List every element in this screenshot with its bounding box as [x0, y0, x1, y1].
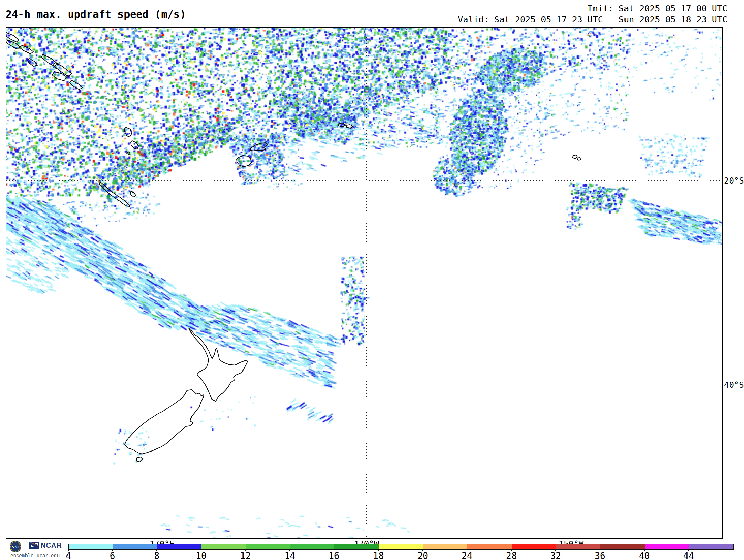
updraft-speckle-field [6, 28, 722, 538]
latitude-label: 40°S [724, 380, 744, 390]
colorbar-tick-label: 18 [373, 551, 384, 560]
colorbar-tick-label: 16 [329, 551, 339, 560]
colorbar-segment [113, 544, 157, 549]
logo-separator [25, 540, 25, 553]
colorbar-segment [246, 544, 290, 549]
latitude-label: 20°S [724, 176, 744, 186]
ncar-logo-text: NCAR [41, 541, 62, 549]
colorbar-segment [157, 544, 202, 549]
colorbar-segment [334, 544, 379, 549]
colorbar-tick-label: 14 [285, 551, 295, 560]
colorbar-segment [69, 544, 113, 549]
valid-timestamp: Valid: Sat 2025-05-17 23 UTC - Sun 2025-… [458, 14, 727, 24]
colorbar-tick-label: 32 [550, 551, 561, 560]
colorbar-tick-label: 20 [417, 551, 428, 560]
colorbar [68, 544, 734, 550]
colorbar-segment [512, 544, 556, 549]
colorbar-tick-label: 40 [639, 551, 650, 560]
site-url: ensemble.ucar.edu [10, 553, 60, 558]
colorbar-segment [556, 544, 600, 549]
nsf-logo-text: NSF [11, 545, 19, 549]
colorbar-segment [379, 544, 423, 549]
colorbar-segment [202, 544, 246, 549]
weather-map-page: 24-h max. updraft speed (m/s) Init: Sat … [0, 0, 744, 560]
ncar-logo-icon [29, 542, 39, 549]
colorbar-tick-label: 24 [462, 551, 472, 560]
init-timestamp: Init: Sat 2025-05-17 00 UTC [588, 3, 727, 13]
colorbar-tick-label: 10 [196, 551, 206, 560]
colorbar-tick-label: 6 [110, 551, 115, 560]
colorbar-segment [645, 544, 689, 549]
colorbar-tick-label: 8 [154, 551, 160, 560]
colorbar-tick-label: 4 [65, 551, 71, 560]
colorbar-tickmark [733, 549, 733, 551]
nsf-logo-icon: NSF [10, 541, 21, 552]
colorbar-segment [600, 544, 645, 549]
colorbar-segment [423, 544, 467, 549]
colorbar-tick-label: 36 [595, 551, 605, 560]
colorbar-tick-label: 44 [683, 551, 694, 560]
colorbar-segment [467, 544, 512, 549]
map-area [6, 27, 723, 539]
colorbar-tick-label: 12 [240, 551, 251, 560]
page-title: 24-h max. updraft speed (m/s) [6, 8, 186, 20]
colorbar-segment [689, 544, 733, 549]
colorbar-segment [290, 544, 334, 549]
colorbar-tick-label: 28 [506, 551, 517, 560]
